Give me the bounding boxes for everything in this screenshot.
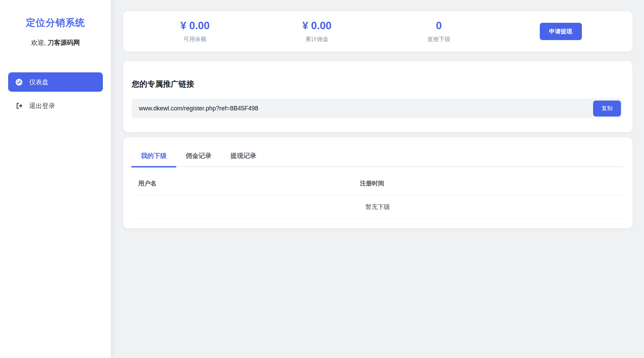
tab-commission-records[interactable]: 佣金记录 <box>176 151 221 167</box>
stat-available-balance: ¥ 0.00 可用余额 <box>134 20 256 43</box>
promo-card: 您的专属推广链接 www.dkewl.com/register.php?ref=… <box>123 61 632 132</box>
sidebar: 定位分销系统 欢迎, 刀客源码网 仪表盘 <box>0 0 111 358</box>
table-header-row: 用户名 注册时间 <box>131 170 624 195</box>
main-content: ¥ 0.00 可用余额 ¥ 0.00 累计佣金 0 直推下级 申请提现 您的专属… <box>111 0 644 228</box>
tab-withdrawal-records[interactable]: 提现记录 <box>221 151 266 167</box>
welcome-prefix: 欢迎, <box>31 39 46 46</box>
app-title: 定位分销系统 <box>0 16 111 29</box>
stats-card: ¥ 0.00 可用余额 ¥ 0.00 累计佣金 0 直推下级 申请提现 <box>123 11 632 52</box>
sidebar-item-logout[interactable]: 退出登录 <box>8 96 103 115</box>
records-card: 我的下级 佣金记录 提现记录 用户名 注册时间 暂无下级 <box>123 138 632 228</box>
referral-link-bar: www.dkewl.com/register.php?ref=8B45F498 … <box>132 99 623 118</box>
referrals-table: 用户名 注册时间 暂无下级 <box>131 170 624 219</box>
sidebar-item-label: 仪表盘 <box>29 78 49 87</box>
stat-label: 直推下级 <box>378 35 500 43</box>
stat-value: ¥ 0.00 <box>134 20 256 32</box>
stat-direct-referrals: 0 直推下级 <box>378 20 500 43</box>
stat-value: ¥ 0.00 <box>256 20 378 32</box>
tab-my-referrals[interactable]: 我的下级 <box>131 151 176 167</box>
column-header-register-time: 注册时间 <box>353 170 624 195</box>
stat-value: 0 <box>378 20 500 32</box>
withdraw-button[interactable]: 申请提现 <box>540 23 582 40</box>
logout-icon <box>15 102 23 109</box>
table-empty-row: 暂无下级 <box>131 195 624 219</box>
welcome-text: 欢迎, 刀客源码网 <box>0 38 111 47</box>
sidebar-item-dashboard[interactable]: 仪表盘 <box>8 72 103 92</box>
referral-link[interactable]: www.dkewl.com/register.php?ref=8B45F498 <box>139 105 593 112</box>
stat-total-commission: ¥ 0.00 累计佣金 <box>256 20 378 43</box>
stat-label: 可用余额 <box>134 35 256 43</box>
username: 刀客源码网 <box>48 39 80 46</box>
empty-state-text: 暂无下级 <box>131 195 624 219</box>
tabs-bar: 我的下级 佣金记录 提现记录 <box>131 138 624 167</box>
stat-label: 累计佣金 <box>256 35 378 43</box>
column-header-username: 用户名 <box>131 170 353 195</box>
stat-action: 申请提现 <box>500 23 622 40</box>
sidebar-item-label: 退出登录 <box>29 102 55 110</box>
sidebar-menu: 仪表盘 退出登录 <box>0 72 111 115</box>
copy-button[interactable]: 复制 <box>593 101 621 117</box>
promo-title: 您的专属推广链接 <box>132 79 623 89</box>
gauge-icon <box>15 78 23 86</box>
